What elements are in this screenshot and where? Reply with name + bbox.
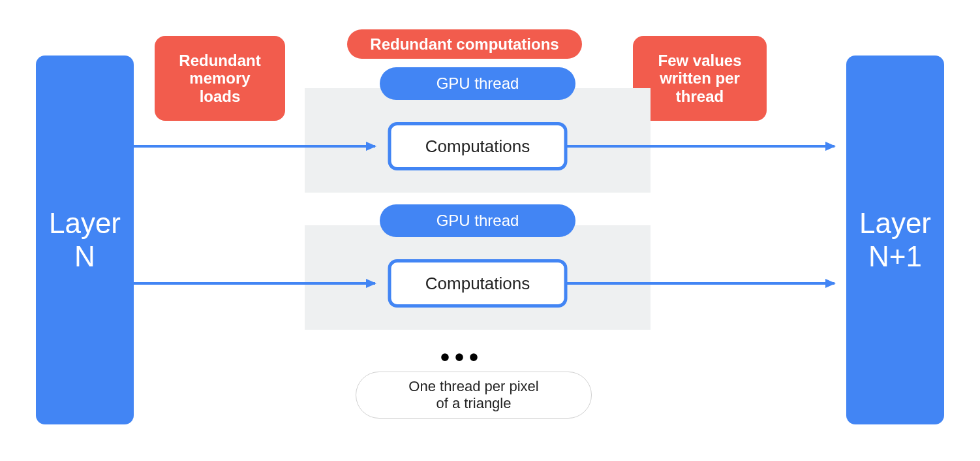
gpu-thread-pill-text: GPU thread [436, 74, 519, 93]
computations-box: Computations [388, 259, 568, 308]
computations-box-text: Computations [425, 274, 530, 294]
gpu-thread-block-2: GPU thread Computations [305, 225, 651, 330]
gpu-thread-pill: GPU thread [380, 67, 575, 100]
computations-box-text: Computations [425, 136, 530, 157]
callout-redundant-computations: Redundant computations [347, 29, 582, 59]
layer-n1-box: LayerN+1 [846, 56, 944, 424]
diagram-canvas: LayerN LayerN+1 Redundantmemoryloads Red… [0, 0, 980, 461]
footer-note-text: One thread per pixelof a triangle [408, 378, 538, 413]
gpu-thread-pill-text: GPU thread [436, 212, 519, 230]
layer-n1-label: LayerN+1 [859, 207, 931, 273]
arrow-layer-n-to-thread-2 [134, 282, 375, 285]
arrow-thread-2-to-layer-n1 [567, 282, 835, 285]
ellipsis-dots: ••• [440, 343, 483, 372]
callout-few-writes: Few valueswritten perthread [633, 36, 767, 121]
callout-few-writes-text: Few valueswritten perthread [658, 52, 741, 106]
layer-n-label: LayerN [49, 207, 121, 273]
gpu-thread-block-1: GPU thread Computations [305, 88, 651, 193]
layer-n-box: LayerN [36, 56, 134, 424]
callout-redundant-loads: Redundantmemoryloads [155, 36, 285, 121]
arrow-layer-n-to-thread-1 [134, 145, 375, 148]
computations-box: Computations [388, 122, 568, 170]
callout-redundant-loads-text: Redundantmemoryloads [179, 52, 260, 106]
callout-redundant-computations-text: Redundant computations [370, 35, 559, 54]
footer-note-pill: One thread per pixelof a triangle [356, 372, 592, 419]
gpu-thread-pill: GPU thread [380, 204, 575, 237]
arrow-thread-1-to-layer-n1 [567, 145, 835, 148]
